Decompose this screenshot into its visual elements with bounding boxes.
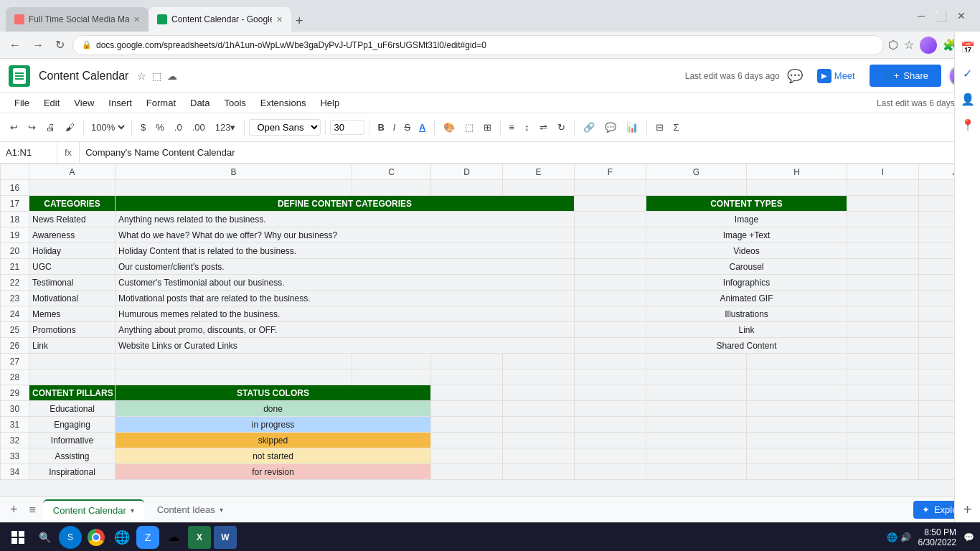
cell-f29[interactable] [575,385,646,401]
cell-h28[interactable] [747,369,847,385]
cell-b33-notstarted[interactable]: not started [116,448,431,464]
word-taskbar-icon[interactable]: W [214,526,237,549]
cell-g23[interactable]: Animated GIF [646,291,847,306]
text-color-button[interactable]: A [415,120,429,135]
onedrive-taskbar-icon[interactable]: ☁ [162,526,185,549]
cell-a18[interactable]: News Related [29,212,116,227]
menu-view[interactable]: View [68,96,100,110]
cell-f16[interactable] [575,180,646,196]
cell-i29[interactable] [847,385,919,401]
check-side-icon[interactable]: ✓ [958,63,978,83]
sheets-menu-button[interactable]: ≡ [25,502,40,518]
cell-b23[interactable]: Motivational posts that are related to t… [116,291,575,306]
cell-i25[interactable] [847,322,919,338]
cell-i34[interactable] [847,464,919,480]
cell-b20[interactable]: Holiday Content that is related to the b… [116,243,575,259]
formula-input[interactable] [80,147,980,158]
cell-g30[interactable] [646,401,747,417]
cortana-taskbar-icon[interactable]: S [59,526,82,549]
col-header-f[interactable]: F [575,164,646,180]
cell-i22[interactable] [847,275,919,291]
cell-b30-done[interactable]: done [116,401,431,417]
cell-h33[interactable] [747,448,847,464]
tab-smm[interactable]: Full Time Social Media Manager ✕ [6,7,149,32]
cell-b16[interactable] [116,180,352,196]
people-side-icon[interactable]: 👤 [958,89,978,109]
cell-i28[interactable] [847,369,919,385]
strikethrough-button[interactable]: S [400,120,414,135]
cell-a34[interactable]: Inspirational [29,464,116,480]
col-header-e[interactable]: E [503,164,575,180]
calendar-side-icon[interactable]: 📅 [958,37,978,57]
cell-d34[interactable] [431,464,503,480]
cell-f33[interactable] [575,448,646,464]
cell-f19[interactable] [575,227,646,243]
cell-a25[interactable]: Promotions [29,322,116,338]
zoom-select[interactable]: 100% [88,121,127,133]
cell-b34-revision[interactable]: for revision [116,464,431,480]
col-header-a[interactable]: A [29,164,116,180]
minimize-button[interactable]: ─ [915,9,928,23]
cell-b29-status[interactable]: STATUS COLORS [116,385,431,401]
cell-b21[interactable]: Our customer/client's posts. [116,259,575,275]
cell-e27[interactable] [503,354,575,369]
cell-i24[interactable] [847,306,919,322]
cell-f30[interactable] [575,401,646,417]
cell-f21[interactable] [575,259,646,275]
cell-i33[interactable] [847,448,919,464]
menu-file[interactable]: File [9,96,35,110]
cell-e30[interactable] [503,401,575,417]
sheet-tab-content-ideas[interactable]: Content Ideas ▾ [147,500,233,519]
cell-a23[interactable]: Motivational [29,291,116,306]
currency-button[interactable]: $ [136,119,150,136]
menu-edit[interactable]: Edit [38,96,65,110]
print-button[interactable]: 🖨 [42,119,60,136]
cell-b27[interactable] [116,354,352,369]
cell-g29[interactable] [646,385,747,401]
cell-g32[interactable] [646,433,747,448]
col-header-c[interactable]: C [352,164,431,180]
cell-f28[interactable] [575,369,646,385]
cell-i19[interactable] [847,227,919,243]
comment2-button[interactable]: 💬 [600,119,621,136]
restore-button[interactable]: ⬜ [932,9,950,23]
star-button[interactable]: ☆ [137,70,146,82]
cell-b22[interactable]: Customer's Testimonial about our busines… [116,275,575,291]
cell-f26[interactable] [575,338,646,354]
bold-button[interactable]: B [374,120,387,135]
cell-i21[interactable] [847,259,919,275]
cell-h31[interactable] [747,417,847,433]
font-select[interactable]: Open Sans [249,119,321,136]
menu-tools[interactable]: Tools [218,96,251,110]
cell-a32[interactable]: Informative [29,433,116,448]
profile-button[interactable] [920,37,937,54]
add-side-icon[interactable]: + [958,499,978,519]
cell-a26[interactable]: Link [29,338,116,354]
cell-d32[interactable] [431,433,503,448]
cell-a22[interactable]: Testimonal [29,275,116,291]
cell-g33[interactable] [646,448,747,464]
back-button[interactable]: ← [6,37,24,53]
filter-button[interactable]: ⊟ [651,119,668,136]
forward-button[interactable]: → [29,37,47,53]
meet-button[interactable]: ▶ Meet [810,65,862,88]
decimal-decrease-button[interactable]: .0 [170,119,187,136]
cell-g17-content-types[interactable]: CONTENT TYPES [646,196,847,212]
redo-button[interactable]: ↪ [24,119,40,136]
cell-e31[interactable] [503,417,575,433]
col-header-g[interactable]: G [646,164,747,180]
cell-g21[interactable]: Carousel [646,259,847,275]
cell-f17[interactable] [575,196,646,212]
cell-e32[interactable] [503,433,575,448]
valign-button[interactable]: ↕ [520,119,534,136]
cell-b24[interactable]: Humurous memes related to the business. [116,306,575,322]
cell-g16[interactable] [646,180,747,196]
cell-b26[interactable]: Website Links or Curated Links [116,338,575,354]
cell-a20[interactable]: Holiday [29,243,116,259]
cell-a16[interactable] [29,180,116,196]
paint-format-button[interactable]: 🖌 [61,119,79,136]
format-button[interactable]: 123▾ [211,119,240,136]
cell-c27[interactable] [352,354,431,369]
edge-taskbar-icon[interactable]: 🌐 [110,526,133,549]
cell-i18[interactable] [847,212,919,227]
